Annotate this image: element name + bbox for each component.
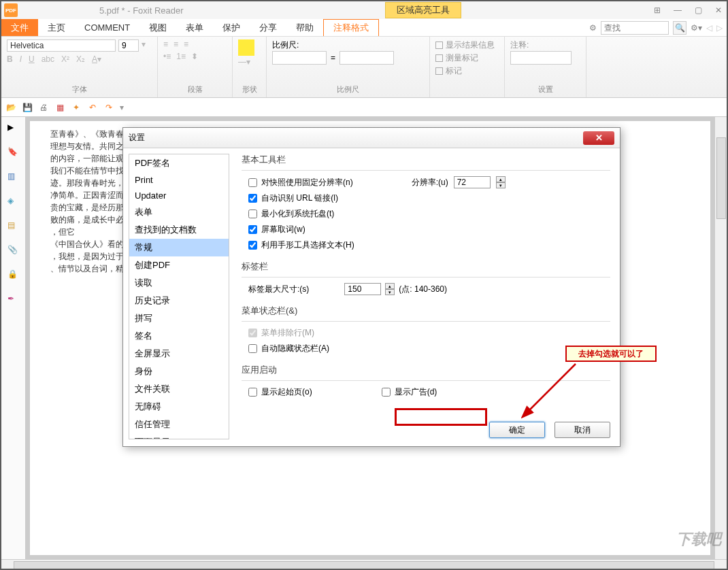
res-input[interactable] <box>454 176 491 188</box>
tab-view[interactable]: 视图 <box>139 19 176 36</box>
strikethrough-button[interactable]: abc <box>42 54 54 64</box>
dialog-category-item[interactable]: 信任管理 <box>129 416 229 433</box>
vertical-scrollbar[interactable] <box>714 117 727 559</box>
font-size-input[interactable] <box>118 39 139 52</box>
tool1-icon[interactable]: ▦ <box>54 102 65 113</box>
align-right-button[interactable]: ≡ <box>184 39 188 49</box>
res-up-icon[interactable]: ▴ <box>496 176 506 182</box>
note-input[interactable] <box>510 51 572 65</box>
scale-from-input[interactable] <box>272 51 327 65</box>
underline-button[interactable]: U <box>29 54 35 64</box>
font-name-select[interactable] <box>7 39 116 52</box>
italic-button[interactable]: I <box>20 54 22 64</box>
tab-comment[interactable]: COMMENT <box>75 19 139 36</box>
redo-icon[interactable]: ↷ <box>103 102 114 113</box>
scale-to-input[interactable] <box>340 51 394 65</box>
fixed-res-checkbox[interactable] <box>248 178 257 187</box>
auto-url-checkbox[interactable] <box>248 194 257 203</box>
bookmark-icon[interactable]: 🔖 <box>7 147 20 159</box>
minimize-icon[interactable]: — <box>672 5 683 15</box>
tab-format[interactable]: 注释格式 <box>323 19 379 36</box>
tab-protect[interactable]: 保护 <box>213 19 250 36</box>
bold-button[interactable]: B <box>7 54 13 64</box>
layers-icon[interactable]: ◈ <box>7 196 20 208</box>
tab-size-input[interactable] <box>344 283 381 295</box>
search-button[interactable]: 🔍 <box>673 21 686 35</box>
dialog-category-item[interactable]: 表单 <box>129 203 229 221</box>
dialog-category-item[interactable]: 读取 <box>129 274 229 292</box>
undo-icon[interactable]: ↶ <box>87 102 98 113</box>
tab-home[interactable]: 主页 <box>38 19 75 36</box>
dialog-category-item[interactable]: 签名 <box>129 327 229 345</box>
minimize-tray-checkbox[interactable] <box>248 209 257 218</box>
nav-forward-icon[interactable]: ▷ <box>716 23 723 33</box>
font-group-label: 字体 <box>7 84 152 95</box>
dialog-category-item[interactable]: PDF签名 <box>129 154 229 172</box>
tab-down-icon[interactable]: ▾ <box>385 289 395 295</box>
line-style-button[interactable]: —▾ <box>238 57 261 67</box>
font-size-dropdown-icon[interactable]: ▾ <box>142 39 146 52</box>
dialog-category-item[interactable]: Updater <box>129 188 229 203</box>
search-input[interactable] <box>601 21 669 35</box>
dialog-category-item[interactable]: 查找到的文档数 <box>129 221 229 239</box>
ok-button[interactable]: 确定 <box>489 422 545 438</box>
dialog-category-item[interactable]: 身份 <box>129 363 229 380</box>
cancel-button[interactable]: 取消 <box>555 422 610 438</box>
tab-up-icon[interactable]: ▴ <box>385 283 395 289</box>
horizontal-scrollbar[interactable] <box>1 559 727 570</box>
maximize-icon[interactable]: ▢ <box>693 5 704 15</box>
dialog-category-list[interactable]: PDF签名PrintUpdater表单查找到的文档数常规创建PDF读取历史记录拼… <box>129 154 229 439</box>
align-left-button[interactable]: ≡ <box>163 39 168 49</box>
attachment-icon[interactable]: 📎 <box>7 245 20 257</box>
options-icon[interactable]: ⚙▾ <box>691 23 702 33</box>
align-center-button[interactable]: ≡ <box>173 39 178 49</box>
dialog-category-item[interactable]: 全屏显示 <box>129 345 229 363</box>
show-start-checkbox[interactable] <box>248 388 257 397</box>
close-icon[interactable]: ✕ <box>713 5 724 15</box>
auto-hide-checkbox[interactable] <box>248 344 257 353</box>
open-icon[interactable]: 📂 <box>5 102 16 113</box>
res-down-icon[interactable]: ▾ <box>496 182 506 188</box>
dialog-category-item[interactable]: 文件关联 <box>129 380 229 398</box>
dialog-category-item[interactable]: 页面显示 <box>129 433 229 439</box>
tab-share[interactable]: 分享 <box>250 19 286 36</box>
ribbon-toggle-icon[interactable]: ⊞ <box>652 5 663 15</box>
dialog-category-item[interactable]: 创建PDF <box>129 256 229 274</box>
dialog-category-item[interactable]: 历史记录 <box>129 292 229 309</box>
pages-icon[interactable]: ▥ <box>7 171 20 184</box>
print-icon[interactable]: 🖨 <box>38 102 49 113</box>
tab-bar-section: 标签栏 <box>242 261 610 273</box>
nav-back-icon[interactable]: ◁ <box>706 23 712 33</box>
dialog-category-item[interactable]: Print <box>129 172 229 188</box>
dialog-close-button[interactable]: ✕ <box>583 131 614 145</box>
scroll-thumb[interactable] <box>716 137 726 219</box>
comments-icon[interactable]: ▤ <box>7 220 20 233</box>
number-button[interactable]: 1≡ <box>176 52 186 61</box>
show-ads-checkbox[interactable] <box>382 388 391 397</box>
signature-icon[interactable]: ✒ <box>7 294 20 306</box>
dialog-category-item[interactable]: 无障碍 <box>129 398 229 416</box>
mark-checkbox[interactable] <box>435 67 443 75</box>
spacing-button[interactable]: ⬍ <box>191 52 198 61</box>
save-icon[interactable]: 💾 <box>22 102 33 113</box>
dialog-category-item[interactable]: 常规 <box>129 239 229 256</box>
font-color-button[interactable]: A▾ <box>92 54 101 64</box>
quickbar-dropdown-icon[interactable]: ▾ <box>120 103 124 112</box>
dialog-category-item[interactable]: 拼写 <box>129 309 229 327</box>
hand-select-checkbox[interactable] <box>248 241 257 250</box>
tab-form[interactable]: 表单 <box>176 19 213 36</box>
tool2-icon[interactable]: ✦ <box>71 102 82 113</box>
subscript-button[interactable]: X₂ <box>76 54 85 64</box>
superscript-button[interactable]: X² <box>61 54 69 64</box>
security-icon[interactable]: 🔒 <box>7 269 20 282</box>
expand-icon[interactable]: ▶ <box>7 122 20 135</box>
settings-icon[interactable]: ⚙ <box>589 23 597 33</box>
tab-file[interactable]: 文件 <box>1 19 38 36</box>
highlight-shape-button[interactable] <box>238 39 254 56</box>
hscroll-thumb[interactable] <box>14 561 714 571</box>
show-results-checkbox[interactable] <box>435 41 443 49</box>
tab-help[interactable]: 帮助 <box>286 19 323 36</box>
measure-mark-checkbox[interactable] <box>435 54 443 62</box>
screen-word-checkbox[interactable] <box>248 225 257 234</box>
bullet-button[interactable]: •≡ <box>163 52 171 61</box>
